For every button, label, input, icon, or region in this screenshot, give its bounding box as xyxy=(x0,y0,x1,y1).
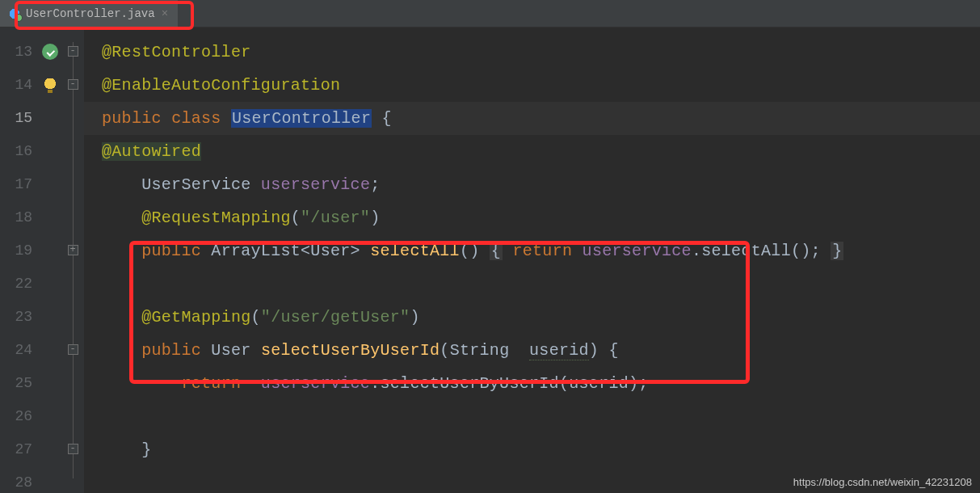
code-line[interactable] xyxy=(84,268,980,301)
editor-area: 13 14 15 16 17 18 19 22 23 24 25 26 27 2… xyxy=(0,27,980,493)
line-number: 25 xyxy=(0,367,39,400)
fold-slot xyxy=(61,135,84,168)
fold-slot xyxy=(61,268,84,301)
line-number-gutter: 13 14 15 16 17 18 19 22 23 24 25 26 27 2… xyxy=(0,27,39,493)
line-number: 15 xyxy=(0,102,39,135)
code-editor[interactable]: @RestController @EnableAutoConfiguration… xyxy=(84,27,980,493)
fold-slot xyxy=(61,102,84,135)
gutter-icon-slot xyxy=(39,168,61,201)
code-line[interactable]: @Autowired xyxy=(84,135,980,168)
tab-filename: UserController.java xyxy=(26,7,155,20)
code-line[interactable]: @GetMapping("/user/getUser") xyxy=(84,301,980,334)
line-number: 13 xyxy=(0,36,39,69)
gutter-icon-slot xyxy=(39,102,61,135)
gutter-icon-slot xyxy=(39,201,61,234)
code-line[interactable]: public User selectUserByUserId(String us… xyxy=(84,334,980,367)
line-number: 27 xyxy=(0,433,39,466)
tab-bar: UserController.java × xyxy=(0,0,980,27)
gutter-icon-slot xyxy=(39,268,61,301)
code-line[interactable]: } xyxy=(84,433,980,466)
watermark-text: https://blog.csdn.net/weixin_42231208 xyxy=(793,476,972,488)
line-number: 16 xyxy=(0,135,39,168)
gutter-icon-slot xyxy=(39,334,61,367)
java-file-icon xyxy=(8,7,21,20)
line-number: 24 xyxy=(0,334,39,367)
fold-toggle[interactable]: + xyxy=(61,234,84,268)
line-number: 22 xyxy=(0,268,39,301)
run-class-icon[interactable] xyxy=(42,44,58,60)
fold-toggle[interactable]: - xyxy=(61,433,84,466)
code-line[interactable]: @RestController xyxy=(84,36,980,69)
code-line[interactable]: UserService userservice; xyxy=(84,168,980,201)
gutter-icon-slot xyxy=(39,466,61,493)
intention-bulb-icon[interactable] xyxy=(44,78,57,91)
code-line[interactable]: public ArrayList<User> selectAll() { ret… xyxy=(84,234,980,268)
line-number: 18 xyxy=(0,201,39,234)
fold-slot xyxy=(61,201,84,234)
fold-gutter: - - + - - xyxy=(61,27,84,493)
code-line-current[interactable]: public class UserController { xyxy=(84,102,980,135)
line-number: 19 xyxy=(0,234,39,268)
line-number: 26 xyxy=(0,400,39,433)
gutter-icon-slot xyxy=(39,400,61,433)
code-line[interactable] xyxy=(84,400,980,433)
gutter-icon-slot xyxy=(39,135,61,168)
fold-toggle[interactable]: - xyxy=(61,334,84,367)
fold-slot xyxy=(61,466,84,493)
icon-gutter xyxy=(39,27,61,493)
fold-toggle[interactable]: - xyxy=(61,36,84,69)
code-line[interactable]: @EnableAutoConfiguration xyxy=(84,69,980,102)
gutter-icon-slot xyxy=(39,36,61,69)
fold-slot xyxy=(61,168,84,201)
fold-slot xyxy=(61,400,84,433)
fold-slot xyxy=(61,301,84,334)
code-line[interactable]: return userservice.selectUserByUserId(us… xyxy=(84,367,980,400)
editor-tab[interactable]: UserController.java × xyxy=(0,0,178,27)
gutter-icon-slot xyxy=(39,433,61,466)
line-number: 17 xyxy=(0,168,39,201)
line-number: 28 xyxy=(0,466,39,493)
code-line[interactable]: @RequestMapping("/user") xyxy=(84,201,980,234)
fold-slot xyxy=(61,367,84,400)
line-number: 14 xyxy=(0,69,39,102)
gutter-icon-slot xyxy=(39,301,61,334)
gutter-icon-slot xyxy=(39,367,61,400)
gutter-icon-slot xyxy=(39,69,61,102)
line-number: 23 xyxy=(0,301,39,334)
fold-toggle[interactable]: - xyxy=(61,69,84,102)
close-icon[interactable]: × xyxy=(160,7,170,20)
gutter-icon-slot xyxy=(39,234,61,268)
